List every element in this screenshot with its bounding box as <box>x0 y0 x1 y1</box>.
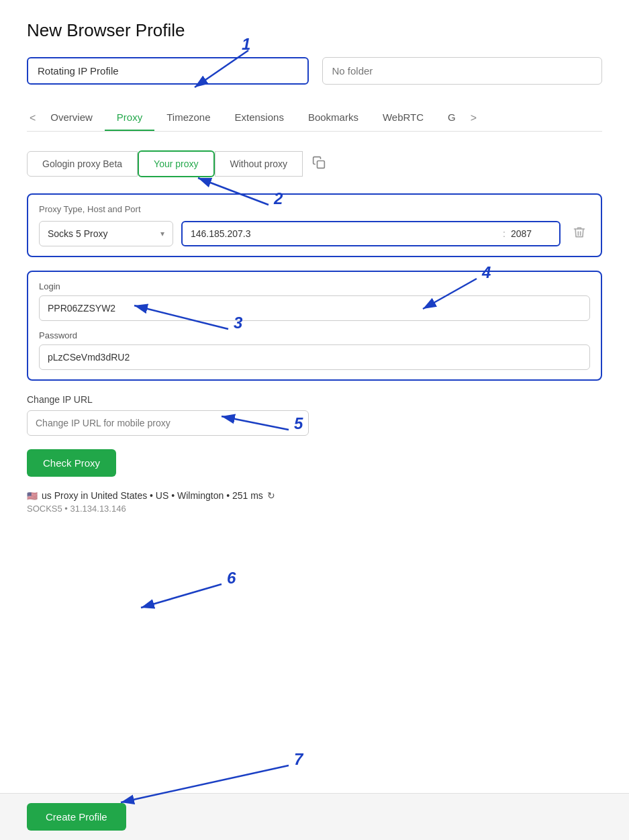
proxy-status-line1: 🇺🇸 us Proxy in United States • US • Wilm… <box>27 490 602 501</box>
folder-input[interactable] <box>322 57 603 85</box>
tab-bookmarks[interactable]: Bookmarks <box>296 105 371 131</box>
proxy-status-line2: SOCKS5 • 31.134.13.146 <box>27 504 602 514</box>
your-proxy-btn[interactable]: Your proxy <box>138 150 214 177</box>
gologin-proxy-btn[interactable]: Gologin proxy Beta <box>27 151 138 177</box>
tab-timezone[interactable]: Timezone <box>154 105 222 131</box>
page-title: New Browser Profile <box>27 20 602 41</box>
login-input[interactable] <box>39 295 590 321</box>
proxy-host-section: Proxy Type, Host and Port Socks 5 Proxy … <box>27 193 602 257</box>
delete-proxy-btn[interactable] <box>569 221 590 246</box>
copy-proxy-btn[interactable] <box>308 152 330 177</box>
without-proxy-btn[interactable]: Without proxy <box>215 151 303 177</box>
proxy-host-port-box: : <box>181 221 561 246</box>
tab-extensions[interactable]: Extensions <box>223 105 296 131</box>
change-ip-section: Change IP URL <box>27 394 602 436</box>
proxy-host-input[interactable] <box>191 228 497 239</box>
proxy-type-row: Gologin proxy Beta Your proxy Without pr… <box>27 150 602 177</box>
password-label: Password <box>39 330 590 340</box>
tab-next-btn[interactable]: > <box>468 107 479 130</box>
tabs-container: < Overview Proxy Timezone Extensions Boo… <box>27 105 602 132</box>
tab-overview[interactable]: Overview <box>38 105 105 131</box>
proxy-type-select-wrap: Socks 5 Proxy Socks 4 Proxy HTTP Proxy H… <box>39 221 173 246</box>
proxy-port-input[interactable] <box>511 228 551 239</box>
proxy-host-section-label: Proxy Type, Host and Port <box>39 204 590 214</box>
profile-name-input[interactable] <box>27 57 309 85</box>
proxy-status: 🇺🇸 us Proxy in United States • US • Wilm… <box>27 490 602 514</box>
proxy-type-select[interactable]: Socks 5 Proxy Socks 4 Proxy HTTP Proxy H… <box>48 222 160 246</box>
svg-line-5 <box>141 584 222 608</box>
login-label: Login <box>39 281 590 291</box>
password-input[interactable] <box>39 344 590 370</box>
change-ip-input[interactable] <box>27 410 309 436</box>
proxy-status-text: us Proxy in United States • US • Wilming… <box>42 490 263 501</box>
port-separator: : <box>503 228 505 239</box>
change-ip-label: Change IP URL <box>27 394 602 405</box>
annotation-6: 6 <box>227 569 236 588</box>
tab-proxy[interactable]: Proxy <box>105 105 154 131</box>
check-proxy-button[interactable]: Check Proxy <box>27 449 116 477</box>
create-profile-button[interactable]: Create Profile <box>27 803 126 831</box>
tab-webrtc[interactable]: WebRTC <box>371 105 436 131</box>
annotation-7: 7 <box>294 750 303 769</box>
bottom-bar: Create Profile <box>0 793 629 840</box>
svg-rect-8 <box>318 160 325 168</box>
tab-prev-btn[interactable]: < <box>27 107 38 130</box>
flag-icon: 🇺🇸 <box>27 491 38 501</box>
login-password-section: Login Password <box>27 271 602 381</box>
refresh-icon[interactable]: ↻ <box>267 490 275 501</box>
select-arrow-icon: ▾ <box>160 229 164 238</box>
tab-g[interactable]: G <box>436 105 468 131</box>
